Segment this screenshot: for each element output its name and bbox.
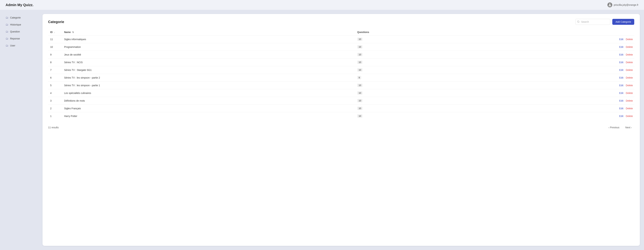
categories-table: ID ↓ Name ⇅ Questions bbox=[48, 29, 634, 120]
col-header-name[interactable]: Name ⇅ bbox=[62, 29, 355, 35]
card-header: Categorie Add Categorie bbox=[48, 19, 634, 25]
delete-button[interactable]: Delete bbox=[626, 46, 633, 48]
sidebar-item-label: Question bbox=[10, 30, 20, 33]
sidebar-item-label: Reponse bbox=[10, 37, 20, 40]
delete-button[interactable]: Delete bbox=[626, 53, 633, 56]
cell-id: 2 bbox=[48, 104, 62, 112]
questions-badge: 10 bbox=[357, 45, 362, 49]
top-header: Admin My Quizz. priscilla.joly@orange.fr bbox=[0, 0, 644, 10]
search-input[interactable] bbox=[575, 19, 610, 25]
delete-button[interactable]: Delete bbox=[626, 38, 633, 41]
cell-name: Sigles Français bbox=[62, 104, 355, 112]
add-categorie-button[interactable]: Add Categorie bbox=[612, 19, 634, 25]
delete-button[interactable]: Delete bbox=[626, 61, 633, 64]
edit-button[interactable]: Edit bbox=[619, 99, 624, 102]
table-row: 6 Séries TV : les simpson - partie 2 9 E… bbox=[48, 74, 634, 81]
sidebar-item-user[interactable]: 🗂 User bbox=[2, 42, 37, 49]
delete-button[interactable]: Delete bbox=[626, 76, 633, 79]
user-avatar-icon bbox=[608, 3, 612, 7]
cell-questions: 10 bbox=[355, 112, 376, 120]
sort-icon-name: ⇅ bbox=[72, 31, 74, 34]
cell-name: Séries TV : NCIS bbox=[62, 58, 355, 66]
folder-icon: 🗂 bbox=[6, 37, 8, 40]
sidebar-item-label: User bbox=[10, 44, 15, 47]
sort-icon-id: ↓ bbox=[54, 31, 55, 34]
cell-actions: Edit Delete bbox=[376, 43, 634, 51]
pagination: ‹ Previous Next › bbox=[606, 125, 634, 130]
col-header-actions bbox=[376, 29, 634, 35]
chevron-right-icon: › bbox=[631, 126, 632, 129]
edit-button[interactable]: Edit bbox=[619, 76, 624, 79]
cell-actions: Edit Delete bbox=[376, 58, 634, 66]
sidebar: 🗂 Categorie 🗂 Historique 🗂 Question 🗂 Re… bbox=[0, 10, 38, 250]
cell-name: Séries TV : les simpson - partie 2 bbox=[62, 74, 355, 81]
table-row: 9 Jeux de société 10 Edit Delete bbox=[48, 51, 634, 58]
cell-id: 8 bbox=[48, 58, 62, 66]
cell-name: Sigles informatiques bbox=[62, 35, 355, 43]
previous-button[interactable]: ‹ Previous bbox=[606, 125, 622, 130]
delete-button[interactable]: Delete bbox=[626, 69, 633, 71]
edit-button[interactable]: Edit bbox=[619, 115, 624, 117]
sidebar-item-label: Historique bbox=[10, 23, 21, 26]
cell-id: 9 bbox=[48, 51, 62, 58]
folder-icon: 🗂 bbox=[6, 30, 8, 33]
table-row: 5 Séries TV : les simpson - partie 1 10 … bbox=[48, 81, 634, 89]
card-footer: 11 results ‹ Previous Next › bbox=[48, 123, 634, 130]
cell-name: Définitions de mots bbox=[62, 97, 355, 104]
cell-actions: Edit Delete bbox=[376, 97, 634, 104]
next-button[interactable]: Next › bbox=[623, 125, 634, 130]
sidebar-item-question[interactable]: 🗂 Question bbox=[2, 28, 37, 35]
cell-id: 3 bbox=[48, 97, 62, 104]
card-title: Categorie bbox=[48, 20, 64, 24]
edit-button[interactable]: Edit bbox=[619, 84, 624, 87]
delete-button[interactable]: Delete bbox=[626, 107, 633, 110]
cell-actions: Edit Delete bbox=[376, 104, 634, 112]
cell-questions: 9 bbox=[355, 74, 376, 81]
edit-button[interactable]: Edit bbox=[619, 38, 624, 41]
main-content: Categorie Add Categorie ID bbox=[38, 10, 644, 250]
cell-name: Programmation bbox=[62, 43, 355, 51]
cell-questions: 10 bbox=[355, 97, 376, 104]
edit-button[interactable]: Edit bbox=[619, 69, 624, 71]
edit-button[interactable]: Edit bbox=[619, 92, 624, 94]
col-header-questions: Questions bbox=[355, 29, 376, 35]
results-count: 11 results bbox=[48, 126, 59, 129]
questions-badge: 10 bbox=[357, 107, 362, 110]
table-row: 11 Sigles informatiques 10 Edit Delete bbox=[48, 35, 634, 43]
delete-button[interactable]: Delete bbox=[626, 84, 633, 87]
delete-button[interactable]: Delete bbox=[626, 92, 633, 94]
questions-badge: 10 bbox=[357, 91, 362, 95]
cell-id: 4 bbox=[48, 89, 62, 97]
delete-button[interactable]: Delete bbox=[626, 115, 633, 117]
col-header-id[interactable]: ID ↓ bbox=[48, 29, 62, 35]
edit-button[interactable]: Edit bbox=[619, 107, 624, 110]
cell-questions: 10 bbox=[355, 81, 376, 89]
main-card: Categorie Add Categorie ID bbox=[42, 14, 640, 246]
cell-id: 7 bbox=[48, 66, 62, 74]
svg-line-1 bbox=[579, 22, 579, 23]
cell-name: Harry Potter bbox=[62, 112, 355, 120]
cell-name: Jeux de société bbox=[62, 51, 355, 58]
folder-icon: 🗂 bbox=[6, 44, 8, 47]
cell-actions: Edit Delete bbox=[376, 51, 634, 58]
edit-button[interactable]: Edit bbox=[619, 46, 624, 48]
cell-actions: Edit Delete bbox=[376, 89, 634, 97]
questions-badge: 10 bbox=[357, 114, 362, 118]
table-row: 7 Séries TV : Stargate SG1 10 Edit Delet… bbox=[48, 66, 634, 74]
table-row: 4 Les spécialités culinaires 10 Edit Del… bbox=[48, 89, 634, 97]
cell-id: 6 bbox=[48, 74, 62, 81]
sidebar-item-categorie[interactable]: 🗂 Categorie bbox=[2, 14, 37, 21]
cell-id: 11 bbox=[48, 35, 62, 43]
user-email: priscilla.joly@orange.fr bbox=[614, 4, 638, 6]
cell-actions: Edit Delete bbox=[376, 81, 634, 89]
header-right: Add Categorie bbox=[575, 19, 634, 25]
edit-button[interactable]: Edit bbox=[619, 53, 624, 56]
questions-badge: 10 bbox=[357, 99, 362, 102]
delete-button[interactable]: Delete bbox=[626, 99, 633, 102]
cell-name: Séries TV : Stargate SG1 bbox=[62, 66, 355, 74]
cell-name: Les spécialités culinaires bbox=[62, 89, 355, 97]
edit-button[interactable]: Edit bbox=[619, 61, 624, 64]
sidebar-item-reponse[interactable]: 🗂 Reponse bbox=[2, 35, 37, 42]
app-title: Admin My Quizz. bbox=[6, 3, 34, 7]
sidebar-item-historique[interactable]: 🗂 Historique bbox=[2, 21, 37, 28]
